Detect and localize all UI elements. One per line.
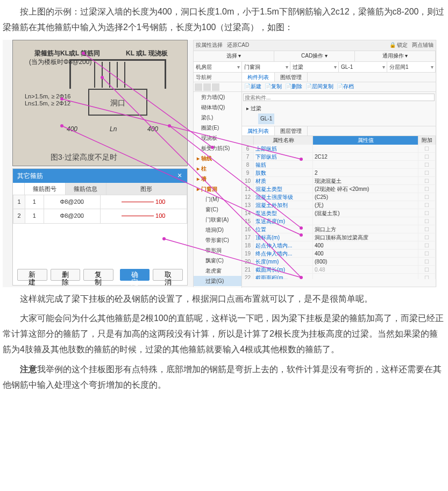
app-screenshot: 梁箍筋与KL或L 箍筋同 KL 或L 现浇板 (当为楼板时Φ8@200) Ln>… — [3, 40, 437, 287]
close-icon[interactable]: × — [174, 170, 185, 181]
tb-select-by-prop[interactable]: 按属性选择 — [196, 40, 223, 50]
nav-item[interactable]: 带形洞 — [194, 245, 241, 255]
prop-row[interactable]: 16位置洞口上方 — [242, 225, 436, 233]
property-panel: 属性列表 图层管理 属性名称 属性值 附加 6上部纵筋7下部纵筋2C128箍筋9… — [242, 126, 436, 288]
list-tool[interactable]: 📄复制 — [265, 82, 282, 91]
col-rebar-num[interactable]: 箍筋图号 — [25, 183, 66, 195]
nav-item[interactable]: 门联窗(A) — [194, 215, 241, 225]
nav-header: 导航树 — [194, 73, 241, 82]
tab-layers[interactable]: 图层管理 — [275, 126, 308, 136]
dim-ln: Ln — [110, 124, 117, 136]
nav-item[interactable]: 板受力筋(S) — [194, 143, 241, 153]
nav-item[interactable]: 带形窗(C) — [194, 235, 241, 245]
para-1: 按上图的示例：过梁深入墙的长度为400，洞口长度1.0m，小于1.5m下部钢筋输… — [3, 4, 445, 35]
para-3: 大家可能会问为什么其他箍筋是2根100的直筋呢，这样说一下吧，因为梁下挂板是梁的… — [3, 311, 445, 357]
nav-item[interactable]: 梁(L) — [194, 112, 241, 123]
nav-item[interactable]: ▸ 门窗洞 — [194, 184, 241, 194]
prop-row[interactable]: 18起点伸入墙内...400 — [242, 241, 436, 250]
dialog-title[interactable]: 其它箍筋 × — [13, 169, 187, 183]
prop-row[interactable]: 14泵送类型(混凝土泵) — [242, 209, 436, 217]
new-button[interactable]: 新建 — [17, 269, 47, 281]
prop-row[interactable]: 10材质现浇混凝土 — [242, 177, 436, 185]
nav-item[interactable]: ▸ 墙 — [194, 174, 241, 184]
nav-item[interactable]: 墙洞(D) — [194, 225, 241, 235]
tab-drawing-mgmt[interactable]: 图纸管理 — [275, 73, 308, 82]
nav-item[interactable]: 老虎窗 — [194, 266, 241, 276]
nav-item[interactable]: 门(M) — [194, 194, 241, 204]
tb-lock[interactable]: 🔒锁定 — [389, 40, 408, 50]
dropdown-0[interactable]: 机房层 — [194, 62, 242, 72]
sel-select[interactable]: 选择 ▾ — [194, 51, 274, 61]
prop-row[interactable]: 21截面周长(m)0.48 — [242, 266, 436, 274]
nav-item[interactable]: 砌体墙(Q) — [194, 102, 241, 112]
tree-root[interactable]: 过梁 — [251, 105, 261, 111]
sel-cad[interactable]: CAD操作 ▾ — [274, 51, 355, 61]
right-pane: 按属性选择 还原CAD 🔒锁定 两点辅轴 选择 ▾ CAD操作 ▾ 通用操作 ▾… — [193, 40, 436, 287]
drawing-label-2: KL 或L 现浇板 — [126, 48, 168, 60]
dialog-column-headers: 箍筋图号 箍筋信息 图形 — [13, 183, 187, 195]
list-tool[interactable]: 📄新建 — [244, 82, 261, 91]
ln-le-note: Ln≤1.5m, ≥ 2Φ12 — [25, 98, 70, 109]
dim-right: 400 — [147, 124, 158, 136]
table-row[interactable]: 11Φ8@200 100 — [13, 195, 187, 209]
cancel-button[interactable]: 取消 — [153, 269, 183, 281]
nav-item[interactable]: 壁龛(I) — [194, 286, 241, 288]
nav-icons[interactable] — [194, 82, 241, 92]
property-table[interactable]: 6上部纵筋7下部纵筋2C128箍筋9肢数210材质现浇混凝土11混凝土类型(2现… — [242, 145, 436, 279]
sel-row: 选择 ▾ CAD操作 ▾ 通用操作 ▾ — [194, 51, 436, 62]
stirrup-table: 11Φ8@200 10021Φ8@200 100 — [13, 195, 187, 224]
prop-hdr-num — [242, 136, 254, 145]
list-toolbar: 📄新建📄复制📄删除📄层间复制📄存档 — [242, 82, 436, 92]
prop-row[interactable]: 9肢数2 — [242, 169, 436, 177]
prop-row[interactable]: 6上部纵筋 — [242, 145, 436, 153]
nav-item[interactable]: 过梁(G) — [194, 276, 241, 286]
nav-item[interactable]: 飘窗(C) — [194, 255, 241, 266]
col-shape[interactable]: 图形 — [106, 183, 188, 195]
delete-button[interactable]: 删除 — [51, 269, 81, 281]
prop-row[interactable]: 20长度(mm)(800) — [242, 258, 436, 266]
prop-row[interactable]: 7下部纵筋2C12 — [242, 153, 436, 161]
nav-item[interactable]: ▸ 轴线 — [194, 153, 241, 163]
nav-item[interactable]: ▸ 柱 — [194, 163, 241, 174]
copy-button[interactable]: 复制 — [83, 269, 113, 281]
nav-item[interactable]: 剪力墙(Q) — [194, 92, 241, 102]
tb-aux-axis[interactable]: 两点辅轴 — [412, 40, 433, 50]
dropdown-3[interactable]: GL-1 — [339, 62, 387, 72]
dropdown-row: 机房层门窗洞过梁GL-1分层间1 — [194, 62, 436, 73]
nav-item[interactable]: 圈梁(E) — [194, 123, 241, 133]
para-4: 注意我举例的这个挂板图形有点特殊，底部增加的钢筋是弯折上去的，软件计算是没有弯折… — [3, 362, 445, 393]
nav-item[interactable]: 窗(C) — [194, 204, 241, 215]
prop-hdr-add: 附加 — [418, 136, 436, 145]
dim-left: 400 — [67, 124, 77, 136]
nav-item[interactable]: 现浇板 — [194, 133, 241, 143]
list-tool[interactable]: 📄存档 — [337, 82, 354, 91]
dropdown-4[interactable]: 分层间1 — [387, 62, 436, 72]
prop-row[interactable]: 8箍筋 — [242, 161, 436, 169]
dropdown-1[interactable]: 门窗洞 — [242, 62, 290, 72]
col-rebar-info[interactable]: 箍筋信息 — [66, 183, 106, 195]
tb-restore-cad[interactable]: 还原CAD — [227, 40, 249, 50]
tab-props[interactable]: 属性列表 — [242, 126, 275, 136]
prop-row[interactable]: 22截面面积(m... — [242, 274, 436, 279]
dropdown-2[interactable]: 过梁 — [290, 62, 339, 72]
prop-row[interactable]: 19终点伸入墙内...400 — [242, 250, 436, 258]
other-stirrup-dialog: 其它箍筋 × 箍筋图号 箍筋信息 图形 11Φ8@200 10021Φ8@200… — [12, 168, 188, 286]
prop-hdr-value: 属性值 — [313, 136, 418, 145]
list-tool[interactable]: 📄层间复制 — [305, 82, 333, 91]
prop-row[interactable]: 12混凝土强度等级(C25) — [242, 193, 436, 201]
sel-common[interactable]: 通用操作 ▾ — [355, 51, 436, 61]
prop-row[interactable]: 15泵送高度(m) — [242, 217, 436, 225]
prop-row[interactable]: 13混凝土外加剂(无) — [242, 201, 436, 209]
table-row[interactable]: 21Φ8@200 100 — [13, 209, 187, 224]
dialog-title-text: 其它箍筋 — [17, 172, 43, 180]
tab-component-list[interactable]: 构件列表 — [242, 73, 275, 82]
prop-row[interactable]: 17顶标高(m)洞口顶标高加过梁高度 — [242, 233, 436, 241]
prop-row[interactable]: 11混凝土类型(2现浇砼 碎石 <20mm) — [242, 185, 436, 193]
list-tool[interactable]: 📄删除 — [285, 82, 302, 91]
component-tree[interactable]: ▸ 过梁 GL-1 — [242, 102, 436, 126]
opening-label: 洞口 — [88, 89, 147, 116]
search-input[interactable] — [243, 94, 435, 101]
ok-button[interactable]: 确定 — [120, 269, 150, 281]
tree-leaf-gl1[interactable]: GL-1 — [258, 113, 274, 124]
figure-caption: 图3·过梁高度不足时 — [51, 151, 117, 164]
